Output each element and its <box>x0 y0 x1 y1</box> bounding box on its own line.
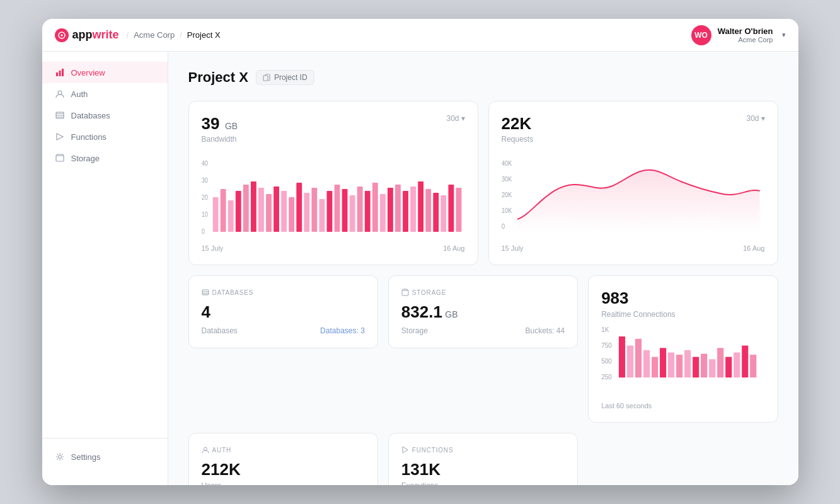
databases-sub: Databases: 3 <box>320 326 365 335</box>
svg-rect-46 <box>433 193 439 232</box>
requests-date-start: 15 July <box>502 244 524 252</box>
databases-icon <box>55 110 65 120</box>
bot-filler <box>588 433 778 485</box>
svg-rect-68 <box>701 354 707 378</box>
auth-category-icon <box>202 446 209 454</box>
svg-rect-2 <box>59 71 60 76</box>
bandwidth-chart: 40 30 20 10 0 <box>202 156 465 238</box>
bandwidth-period[interactable]: 30d ▾ <box>446 114 464 123</box>
user-dropdown-icon[interactable]: ▾ <box>782 31 786 39</box>
realtime-chart <box>619 326 764 383</box>
functions-icon <box>55 132 65 142</box>
bandwidth-value-container: 39 GB <box>202 114 238 134</box>
storage-label: Storage <box>401 326 428 335</box>
realtime-card: 983 Realtime Connections 1K 750 500 250 <box>588 275 778 423</box>
requests-period-text: 30d <box>746 114 759 123</box>
svg-rect-47 <box>440 195 446 232</box>
breadcrumb-sep-1: / <box>127 30 129 40</box>
requests-header: 22K Requests 30d ▾ <box>502 114 765 154</box>
storage-icon <box>55 153 65 163</box>
svg-text:40: 40 <box>202 159 208 167</box>
sidebar: Overview Auth <box>42 52 168 485</box>
logo[interactable]: appwrite <box>55 28 119 42</box>
sidebar-item-storage[interactable]: Storage <box>42 147 168 169</box>
sidebar-label-overview: Overview <box>71 68 105 77</box>
requests-label: Requests <box>502 135 534 144</box>
storage-value-container: 832.1 GB <box>401 302 565 322</box>
requests-period[interactable]: 30d ▾ <box>746 114 764 123</box>
functions-label: Executions <box>401 481 565 485</box>
sidebar-item-settings[interactable]: Settings <box>42 446 168 467</box>
sidebar-label-functions: Functions <box>71 132 106 142</box>
storage-sub: Buckets: 44 <box>525 326 565 335</box>
requests-chart: 40K 30K 20K 10K 0 <box>502 156 765 238</box>
svg-point-4 <box>58 91 62 94</box>
storage-category-icon <box>401 289 409 296</box>
svg-rect-39 <box>379 194 385 232</box>
storage-card: STORAGE 832.1 GB Storage Buckets: 44 <box>388 275 578 348</box>
sidebar-label-databases: Databases <box>71 111 110 120</box>
realtime-footer: Last 60 seconds <box>601 402 764 410</box>
sidebar-item-overview[interactable]: Overview <box>42 62 168 83</box>
svg-rect-48 <box>448 185 454 232</box>
sidebar-nav: Overview Auth <box>42 62 168 438</box>
realtime-label: Realtime Connections <box>601 310 764 319</box>
bandwidth-date-end: 16 Aug <box>443 244 464 252</box>
page-title: Project X <box>188 69 248 86</box>
svg-marker-9 <box>57 134 63 140</box>
user-org: Acme Corp <box>718 36 773 43</box>
functions-value: 131K <box>401 460 565 479</box>
svg-rect-21 <box>243 185 248 232</box>
bandwidth-value: 39 <box>202 114 220 133</box>
sidebar-label-storage: Storage <box>71 154 100 163</box>
logo-icon <box>55 28 69 42</box>
svg-rect-32 <box>326 191 332 232</box>
overview-icon <box>55 67 65 77</box>
main-layout: Overview Auth <box>42 52 798 485</box>
svg-rect-59 <box>627 346 633 378</box>
svg-rect-3 <box>62 69 64 76</box>
bandwidth-header: 39 GB Bandwidth 30d ▾ <box>202 114 465 154</box>
sidebar-item-functions[interactable]: Functions <box>42 126 168 147</box>
svg-rect-33 <box>334 185 340 232</box>
svg-rect-27 <box>289 197 294 232</box>
bandwidth-date-start: 15 July <box>202 244 224 252</box>
svg-rect-61 <box>643 350 650 377</box>
svg-rect-17 <box>212 197 218 232</box>
requests-period-chevron: ▾ <box>761 114 765 123</box>
topbar: appwrite / Acme Corp / Project X WO Walt… <box>42 19 798 52</box>
page-header: Project X Project ID <box>188 69 778 86</box>
svg-rect-34 <box>342 189 347 232</box>
databases-category-label: DATABASES <box>212 289 254 296</box>
auth-category: AUTH <box>202 446 365 454</box>
svg-rect-62 <box>652 357 658 378</box>
breadcrumb: / Acme Corp / Project X <box>127 30 221 40</box>
svg-text:30K: 30K <box>502 175 512 183</box>
sidebar-bottom: Settings <box>42 438 168 475</box>
project-id-badge[interactable]: Project ID <box>256 70 314 85</box>
svg-rect-69 <box>709 359 715 377</box>
svg-rect-71 <box>725 357 732 378</box>
user-name: Walter O'brien <box>718 26 773 36</box>
realtime-top: 983 Realtime Connections <box>601 289 764 319</box>
svg-rect-60 <box>635 339 642 377</box>
svg-rect-1 <box>56 72 58 76</box>
breadcrumb-org[interactable]: Acme Corp <box>134 30 175 40</box>
breadcrumb-project[interactable]: Project X <box>187 30 221 40</box>
svg-rect-23 <box>258 188 264 232</box>
content: Project X Project ID 39 <box>168 52 798 485</box>
svg-rect-37 <box>364 191 370 232</box>
svg-rect-65 <box>676 355 682 377</box>
realtime-y-500: 500 <box>601 358 612 365</box>
sidebar-item-databases[interactable]: Databases <box>42 105 168 126</box>
topbar-right: WO Walter O'brien Acme Corp ▾ <box>691 25 786 45</box>
bot-cards-row: AUTH 212K Users FUNCTIONS 131K Execution… <box>188 433 778 485</box>
svg-rect-36 <box>357 186 362 232</box>
svg-point-75 <box>204 447 207 450</box>
svg-rect-28 <box>296 183 302 232</box>
svg-text:0: 0 <box>502 222 505 230</box>
avatar[interactable]: WO <box>691 25 711 45</box>
databases-label: Databases <box>202 326 238 335</box>
sidebar-item-auth[interactable]: Auth <box>42 83 168 105</box>
svg-rect-58 <box>619 336 625 377</box>
